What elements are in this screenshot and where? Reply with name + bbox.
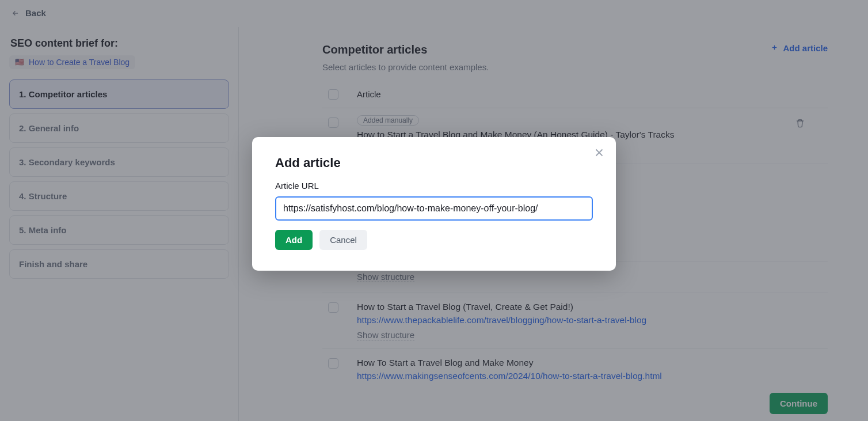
modal-overlay[interactable]: Add article Article URL Add Cancel bbox=[0, 0, 868, 421]
modal-title: Add article bbox=[275, 155, 593, 170]
add-button[interactable]: Add bbox=[275, 230, 313, 250]
cancel-button[interactable]: Cancel bbox=[319, 230, 367, 250]
add-article-modal: Add article Article URL Add Cancel bbox=[252, 137, 616, 271]
close-button[interactable] bbox=[593, 146, 606, 159]
article-url-label: Article URL bbox=[275, 181, 593, 191]
article-url-input[interactable] bbox=[275, 196, 593, 221]
modal-actions: Add Cancel bbox=[275, 230, 593, 250]
